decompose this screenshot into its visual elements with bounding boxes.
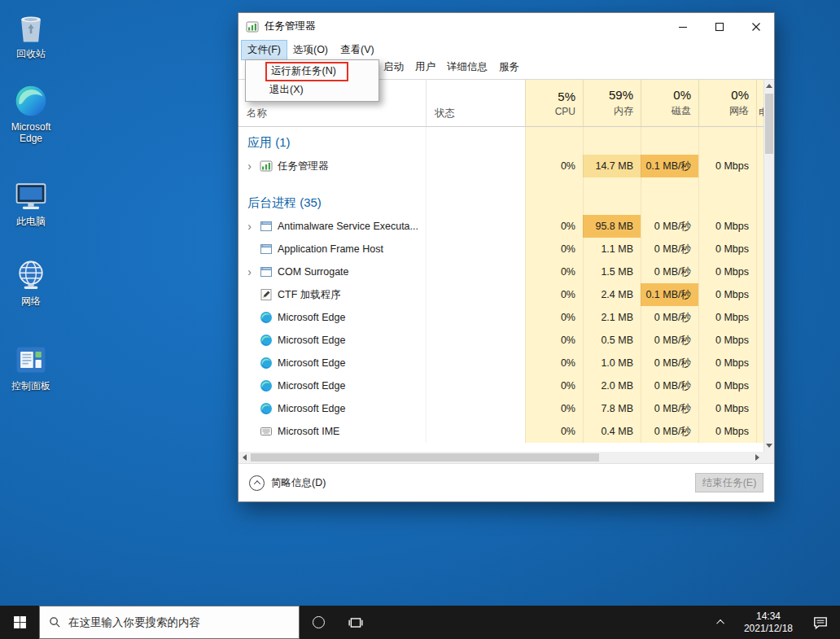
process-name: Microsoft Edge bbox=[278, 403, 345, 414]
desktop-icon-network[interactable]: 网络 bbox=[2, 257, 60, 307]
process-row[interactable]: ›Antimalware Service Executa...0%95.8 MB… bbox=[238, 215, 765, 238]
cpu-cell bbox=[525, 187, 583, 215]
scroll-right-arrow[interactable] bbox=[755, 454, 759, 461]
tab-services[interactable]: 服务 bbox=[493, 57, 525, 79]
group-header-row[interactable]: 后台进程 (35) bbox=[238, 187, 765, 215]
group-header-row[interactable]: 应用 (1) bbox=[238, 127, 765, 155]
process-name: Microsoft Edge bbox=[278, 335, 345, 346]
process-row[interactable]: Microsoft Edge0%7.8 MB0 MB/秒0 Mbps bbox=[238, 397, 765, 420]
process-row[interactable]: Microsoft Edge0%0.5 MB0 MB/秒0 Mbps bbox=[238, 329, 765, 352]
edge-icon bbox=[13, 83, 49, 119]
title-bar[interactable]: 任务管理器 bbox=[238, 13, 774, 40]
minimize-button[interactable] bbox=[664, 13, 701, 40]
vertical-scroll-thumb[interactable] bbox=[765, 94, 773, 154]
window-icon bbox=[260, 243, 273, 256]
network-icon bbox=[13, 257, 49, 293]
mem-cell: 1.0 MB bbox=[583, 352, 641, 374]
column-header-memory[interactable]: 59% 内存 bbox=[583, 80, 641, 126]
taskbar-clock[interactable]: 14:34 2021/12/18 bbox=[736, 606, 801, 639]
cpu-cell: 0% bbox=[525, 155, 583, 177]
desktop-icon-edge[interactable]: Microsoft Edge bbox=[2, 83, 60, 144]
disk-cell: 0 MB/秒 bbox=[641, 306, 698, 329]
process-row[interactable]: Microsoft Edge0%2.1 MB0 MB/秒0 Mbps bbox=[238, 306, 765, 329]
expand-chevron-icon[interactable]: › bbox=[244, 266, 255, 278]
desktop-icon-control-panel[interactable]: 控制面板 bbox=[2, 342, 60, 392]
vertical-scrollbar[interactable] bbox=[763, 80, 774, 452]
end-task-button[interactable]: 结束任务(E) bbox=[695, 473, 763, 492]
net-cell: 0 Mbps bbox=[698, 238, 756, 260]
cpu-cell bbox=[525, 177, 583, 187]
cortana-icon bbox=[313, 616, 325, 628]
process-name: Microsoft Edge bbox=[278, 357, 345, 369]
column-header-status[interactable]: 状态 bbox=[426, 80, 525, 126]
details-toggle[interactable]: 简略信息(D) bbox=[249, 475, 326, 491]
net-cell: 0 Mbps bbox=[698, 260, 756, 283]
process-name-cell: Microsoft IME bbox=[238, 420, 426, 443]
column-header-disk[interactable]: 0% 磁盘 bbox=[641, 80, 698, 126]
task-view-icon bbox=[348, 615, 363, 630]
taskbar-search[interactable] bbox=[39, 606, 300, 639]
scroll-down-arrow[interactable] bbox=[766, 444, 772, 448]
window-icon bbox=[260, 220, 273, 233]
details-toggle-label: 简略信息(D) bbox=[271, 476, 326, 490]
menu-item-exit[interactable]: 退出(X) bbox=[246, 81, 378, 99]
maximize-button[interactable] bbox=[701, 13, 737, 40]
desktop-icon-this-pc[interactable]: 此电脑 bbox=[2, 177, 60, 227]
net-cell bbox=[698, 127, 756, 155]
process-rows: 应用 (1)›任务管理器0%14.7 MB0.1 MB/秒0 Mbps后台进程 … bbox=[238, 127, 765, 452]
net-cell: 0 Mbps bbox=[698, 329, 756, 352]
cpu-total: 5% bbox=[558, 90, 575, 103]
process-row[interactable]: CTF 加载程序0%2.4 MB0.1 MB/秒0 Mbps bbox=[238, 283, 765, 306]
control-panel-icon bbox=[13, 342, 49, 378]
menu-item-run-new-task[interactable]: 运行新任务(N) bbox=[246, 62, 378, 81]
process-name: Microsoft IME bbox=[278, 426, 339, 437]
cpu-cell bbox=[525, 127, 583, 155]
process-name-cell: Application Frame Host bbox=[238, 238, 426, 260]
column-header-network[interactable]: 0% 网络 bbox=[698, 80, 756, 126]
net-cell: 0 Mbps bbox=[698, 374, 756, 397]
desktop-icon-recycle-bin[interactable]: 回收站 bbox=[2, 10, 60, 59]
net-cell: 0 Mbps bbox=[698, 155, 756, 177]
annotation-red-box: 运行新任务(N) bbox=[265, 62, 348, 81]
process-row[interactable]: Microsoft IME0%0.4 MB0 MB/秒0 Mbps bbox=[238, 420, 765, 443]
process-row[interactable]: Microsoft Edge0%2.0 MB0 MB/秒0 Mbps bbox=[238, 374, 765, 397]
desktop-icon-label: 网络 bbox=[21, 295, 41, 307]
tab-startup[interactable]: 启动 bbox=[378, 57, 409, 79]
expand-chevron-icon[interactable]: › bbox=[244, 221, 255, 232]
clock-time: 14:34 bbox=[744, 611, 793, 623]
process-row[interactable]: Application Frame Host0%1.1 MB0 MB/秒0 Mb… bbox=[238, 238, 765, 260]
recycle-bin-icon bbox=[13, 10, 49, 46]
tab-details[interactable]: 详细信息 bbox=[441, 57, 493, 79]
task-view-button[interactable] bbox=[337, 606, 374, 639]
cortana-button[interactable] bbox=[300, 606, 337, 639]
start-button[interactable] bbox=[0, 606, 39, 639]
search-icon bbox=[49, 616, 61, 628]
edge-icon bbox=[260, 334, 273, 347]
windows-logo-icon bbox=[13, 615, 27, 629]
network-total: 0% bbox=[731, 88, 749, 102]
process-row[interactable]: Microsoft Edge0%1.0 MB0 MB/秒0 Mbps bbox=[238, 352, 765, 374]
search-input[interactable] bbox=[68, 616, 290, 628]
mem-cell: 0.4 MB bbox=[583, 420, 641, 443]
column-header-cpu[interactable]: 5% CPU bbox=[525, 80, 583, 126]
process-name-cell: ›任务管理器 bbox=[238, 155, 426, 177]
window-icon bbox=[260, 265, 273, 278]
scroll-up-arrow[interactable] bbox=[766, 84, 772, 88]
net-cell: 0 Mbps bbox=[698, 397, 756, 420]
expand-chevron-icon[interactable]: › bbox=[244, 160, 255, 172]
scroll-left-arrow[interactable] bbox=[243, 454, 247, 461]
process-name: Microsoft Edge bbox=[278, 380, 345, 392]
action-center-button[interactable] bbox=[801, 606, 840, 639]
taskbar: 14:34 2021/12/18 bbox=[0, 606, 840, 639]
horizontal-scroll-thumb[interactable] bbox=[251, 453, 599, 462]
process-row[interactable]: ›COM Surrogate0%1.5 MB0 MB/秒0 Mbps bbox=[238, 260, 765, 283]
status-cell bbox=[426, 260, 525, 283]
window-title: 任务管理器 bbox=[265, 20, 664, 33]
process-row[interactable]: ›任务管理器0%14.7 MB0.1 MB/秒0 Mbps bbox=[238, 155, 765, 177]
close-button[interactable] bbox=[737, 13, 774, 40]
disk-cell: 0.1 MB/秒 bbox=[641, 155, 698, 177]
tab-users[interactable]: 用户 bbox=[409, 57, 441, 79]
tray-show-hidden-icons[interactable] bbox=[708, 606, 736, 639]
process-name-cell: 应用 (1) bbox=[238, 127, 426, 155]
horizontal-scrollbar[interactable] bbox=[238, 452, 763, 463]
